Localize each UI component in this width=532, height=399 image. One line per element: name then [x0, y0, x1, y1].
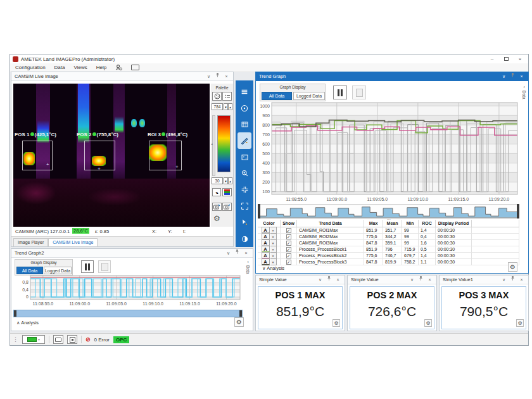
camera-connection-select[interactable]: ▾ [22, 335, 45, 344]
menu-icon[interactable] [238, 84, 251, 100]
show-checkbox[interactable]: ✓ [286, 241, 291, 246]
collapse-panel-icon[interactable]: ∨ [317, 276, 324, 284]
value-settings-gear-icon[interactable]: ⚙ [424, 319, 432, 327]
export-report-button[interactable] [352, 86, 366, 99]
palette-list-icon[interactable] [222, 92, 232, 101]
close-panel-icon[interactable]: × [518, 73, 525, 80]
error-count[interactable]: 0 Error [94, 337, 110, 343]
graph-settings-gear-icon[interactable]: ⚙ [508, 262, 517, 272]
pin-icon[interactable] [234, 249, 241, 257]
pause-button[interactable] [81, 260, 94, 273]
logged-data-button[interactable]: Logged Data [293, 92, 325, 100]
simple-value-titlebar[interactable]: Simple Value ∨ × [348, 276, 436, 284]
collapse-view-icon[interactable] [238, 182, 251, 198]
display-icon[interactable] [131, 65, 139, 70]
all-data-button[interactable]: All Data [16, 267, 43, 274]
maximize-button[interactable] [500, 55, 512, 63]
palette-min-input[interactable]: 30 [212, 177, 223, 184]
palette-max-up-icon[interactable]: ▴ [228, 103, 232, 110]
collapse-panel-icon[interactable]: ∨ [500, 73, 507, 80]
collapse-panel-icon[interactable]: ∨ [500, 276, 507, 284]
palette-slider[interactable] [212, 115, 215, 176]
value-settings-gear-icon[interactable]: ⚙ [332, 319, 340, 327]
simple-value-titlebar[interactable]: Simple Value ∨ × [256, 276, 345, 284]
image-overlay-icon[interactable] [238, 149, 251, 165]
trend-graph-titlebar[interactable]: Trend Graph ∨ × [256, 72, 528, 81]
menu-item-data[interactable]: Data [54, 65, 65, 70]
palette-slider-marker[interactable]: ◂ [211, 142, 213, 146]
cursor-point-icon[interactable] [238, 214, 251, 231]
palette-colors-icon[interactable] [222, 188, 232, 196]
snapshot-save-icon[interactable] [212, 203, 222, 211]
snapshot-copy-icon[interactable] [222, 203, 232, 211]
scrollbar-left-handle[interactable] [14, 310, 16, 317]
menu-item-help[interactable]: Help [96, 65, 106, 70]
export-report-button[interactable] [98, 260, 111, 273]
contrast-icon[interactable] [238, 231, 251, 247]
palette-select-icon[interactable] [212, 92, 222, 101]
palette-min-down-icon[interactable]: ▾ [224, 177, 228, 184]
palette-settings-gear-icon[interactable]: ⚙ [213, 214, 220, 223]
table-row[interactable]: A▾ ✓ CAMSIM_ROI2Max 775,6 344,2 99 0,4 0… [258, 234, 519, 240]
grid-view-icon[interactable] [238, 117, 251, 133]
zoom-icon[interactable] [238, 165, 251, 182]
pin-icon[interactable] [509, 276, 516, 284]
graph-settings-gear-icon[interactable]: ⚙ [234, 317, 244, 327]
color-dropdown-icon[interactable]: ▾ [270, 258, 277, 265]
display-capture-icon[interactable] [53, 335, 63, 344]
close-panel-icon[interactable]: × [334, 276, 341, 284]
show-checkbox[interactable]: ✓ [286, 234, 291, 239]
show-checkbox[interactable]: ✓ [286, 260, 291, 265]
show-checkbox[interactable]: ✓ [286, 247, 291, 252]
palette-gradient-bar[interactable] [217, 115, 231, 172]
close-button[interactable]: × [514, 55, 526, 63]
minimize-button[interactable]: – [486, 55, 498, 63]
color-picker-button[interactable]: A [262, 258, 270, 265]
table-row[interactable]: A▾ ✓ CAMSIM_ROI1Max 851,9 351,7 99 1,4 0… [258, 227, 519, 234]
data-side-tab[interactable]: ‹ Data [520, 85, 528, 99]
analysis-expander[interactable]: ∧ Analysis [16, 320, 39, 326]
pin-icon[interactable] [214, 72, 221, 80]
logged-data-button[interactable]: Logged Data [44, 267, 72, 274]
palette-max-input[interactable]: 784 [212, 103, 223, 110]
close-panel-icon[interactable]: × [243, 250, 250, 257]
data-side-tab[interactable]: ‹ Data [244, 260, 252, 274]
table-row[interactable]: A▾ ✓ CAMSIM_ROI3Max 847,8 359,1 99 1,6 0… [258, 240, 519, 246]
window-titlebar[interactable]: AMETEK Land IMAGEPro (Administrator) – × [10, 54, 528, 63]
close-panel-icon[interactable]: × [223, 73, 230, 80]
palette-max-down-icon[interactable]: ▾ [224, 103, 228, 110]
palette-min-up-icon[interactable]: ▴ [228, 177, 232, 184]
simple-value-titlebar[interactable]: Simple Value1 ∨ × [440, 276, 528, 284]
trend-graph2-titlebar[interactable]: Trend Graph2 ∨ × [11, 249, 253, 258]
tab-camsim-live-image[interactable]: CAMSIM Live Image [48, 238, 98, 246]
overview-navigator[interactable]: ⋯ [258, 204, 519, 218]
palette-autoscale-icon[interactable]: ▾▴ [212, 188, 221, 196]
table-row[interactable]: A▾ ✓ Process_ProcessBlock1 851,9 796 715… [258, 246, 519, 253]
palette-tool-icon[interactable] [238, 132, 251, 149]
record-target-icon[interactable] [67, 335, 77, 344]
all-data-button[interactable]: All Data [262, 92, 292, 100]
pin-icon[interactable] [417, 276, 424, 284]
statusbar-grip[interactable]: ⋮ [13, 336, 18, 343]
show-checkbox[interactable]: ✓ [286, 228, 291, 233]
table-row[interactable]: A▾ ✓ Process_ProcessBlock2 775,6 746,7 6… [258, 253, 519, 259]
value-settings-gear-icon[interactable]: ⚙ [516, 319, 524, 327]
menu-item-configuration[interactable]: Configuration [15, 65, 46, 70]
menu-item-views[interactable]: Views [74, 65, 87, 70]
close-panel-icon[interactable]: × [518, 276, 525, 284]
opc-status-badge[interactable]: OPC [113, 336, 129, 343]
pause-button[interactable] [333, 86, 347, 99]
show-checkbox[interactable]: ✓ [286, 253, 291, 258]
user-session-icon[interactable] [115, 64, 122, 71]
time-range-scrollbar[interactable] [13, 310, 243, 317]
expand-view-icon[interactable] [238, 198, 251, 215]
auto-rotate-icon[interactable] [238, 100, 251, 117]
analysis-expander[interactable]: ∨ Analysis [262, 265, 284, 271]
table-row[interactable]: A▾ ✓ Process_ProcessBlock3 847,8 819,9 7… [258, 259, 519, 265]
tab-image-player[interactable]: Image Player [13, 238, 48, 246]
collapse-panel-icon[interactable]: ∨ [205, 73, 212, 80]
collapse-panel-icon[interactable]: ∨ [225, 250, 232, 257]
close-panel-icon[interactable]: × [426, 276, 433, 284]
scrollbar-right-handle[interactable] [239, 310, 242, 317]
pin-icon[interactable] [509, 72, 516, 80]
